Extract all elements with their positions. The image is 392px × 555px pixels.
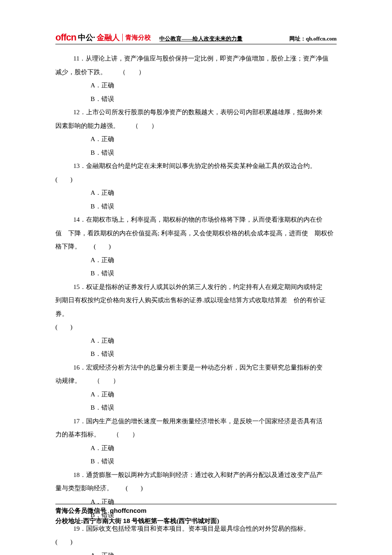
question-13-option-b: B．错误 (55, 200, 337, 214)
question-13: 13．金融期权合约是约定在未来时间以事先协定的价格买卖某种金融工具的双边合约。 (55, 159, 337, 173)
question-19-cont: ( ) (55, 535, 337, 549)
question-12-option-a: A．正确 (55, 133, 337, 146)
question-12: 12．上市公司所发行股票的每股净资产的数额越大，表明公司内部积累越雄厚，抵御外来 (55, 106, 337, 119)
question-18: 18．通货膨胀一般以两种方式影响到经济：通过收入和财产的再分配以及通过改变产品产 (55, 468, 337, 482)
question-17: 17．国内生产总值的增长速度一般用来衡量经济增长率，是反映一个国家经济是否具有活 (55, 415, 337, 428)
logo-branch: 青海分校 (125, 34, 151, 42)
question-15-cont-1: 到期日有权按约定价格向发行人购买或出售标的证券.或以现金结算方式收取结算差 价的… (55, 294, 337, 321)
question-13-option-a: A．正确 (55, 186, 337, 200)
question-14-option-a: A．正确 (55, 254, 337, 267)
question-16-option-a: A．正确 (55, 388, 337, 402)
footer-address: 分校地址:西宁市南大街 18 号钱柜第一客栈(西宁书城对面) (55, 516, 337, 526)
question-list: 11．从理论上讲，资产净值应与股价保持一定比例，即资产净值增加，股价上涨；资产净… (55, 52, 337, 555)
question-11-option-b: B．错误 (55, 92, 337, 106)
header-text: 中公教育——给人改变未来的力量 网址：qh.offcn.com (151, 35, 337, 43)
question-17-option-a: A．正确 (55, 442, 337, 455)
footer-wechat: 青海公务员微信号qhoffcncom (55, 506, 337, 516)
question-11: 11．从理论上讲，资产净值应与股价保持一定比例，即资产净值增加，股价上涨；资产净… (55, 52, 337, 66)
footer-address-part2: 号钱柜第一客栈(西宁书城对面) (130, 517, 219, 524)
question-14-cont-2: 格下降。 ( ) (55, 240, 337, 254)
question-12-option-b: B．错误 (55, 146, 337, 160)
question-15-option-a: A．正确 (55, 334, 337, 348)
question-15-option-b: B．错误 (55, 347, 337, 361)
header-slogan: 中公教育——给人改变未来的力量 (159, 35, 242, 43)
question-19-option-a: A．正确 (55, 549, 337, 555)
question-13-cont: ( ) (55, 173, 337, 187)
footer-wechat-id: qhoffcncom (110, 507, 147, 514)
logo-jinrongren: 金融人 (97, 32, 120, 43)
header-url: 网址：qh.offcn.com (289, 35, 337, 43)
logo-block: offcn 中公· 金融人 青海分校 (55, 32, 151, 43)
question-12-cont: 因素影响的能力越强。 （ ） (55, 119, 337, 133)
question-17-cont: 力的基本指标。 （ ） (55, 428, 337, 442)
logo-zhonggong: 中公· (78, 32, 95, 43)
question-16: 16．宏观经济分析方法中的总量分析主要是一种动态分析，因为它主要研究总量指标的变 (55, 361, 337, 375)
logo-offcn: offcn (55, 32, 76, 43)
footer-address-num: 18 (123, 517, 130, 524)
question-11-option-a: A．正确 (55, 79, 337, 92)
footer-wechat-label: 青海公务员微信号 (55, 507, 107, 514)
question-15-cont-2: ( ) (55, 321, 337, 334)
question-15: 15．权证是指标的证券发行人或其以外的第三人发行的，约定持有人在规定期间内或特定 (55, 280, 337, 294)
question-11-cont: 减少，股价下跌。 （ ） (55, 66, 337, 79)
page-header: offcn 中公· 金融人 青海分校 中公教育——给人改变未来的力量 网址：qh… (55, 32, 337, 44)
question-17-option-b: B．错误 (55, 455, 337, 468)
question-18-cont: 量与类型影响经济。 ( ) (55, 482, 337, 495)
question-14: 14．在期权市场上，利率提高，期权标的物的市场价格将下降，从而使看涨期权的内在价 (55, 213, 337, 227)
question-16-option-b: B．错误 (55, 401, 337, 415)
footer-address-part1: 西宁市南大街 (83, 517, 123, 524)
question-16-cont: 动规律。 （ ） (55, 374, 337, 388)
page-footer: 青海公务员微信号qhoffcncom 分校地址:西宁市南大街 18 号钱柜第一客… (55, 504, 337, 526)
logo-divider-icon (122, 34, 123, 41)
footer-address-label: 分校地址: (55, 517, 83, 524)
question-14-option-b: B．错误 (55, 267, 337, 280)
question-14-cont-1: 值 下降，看跌期权的内在价值提高; 利率提高，又会使期权价格的机会成本提高，进而… (55, 227, 337, 240)
